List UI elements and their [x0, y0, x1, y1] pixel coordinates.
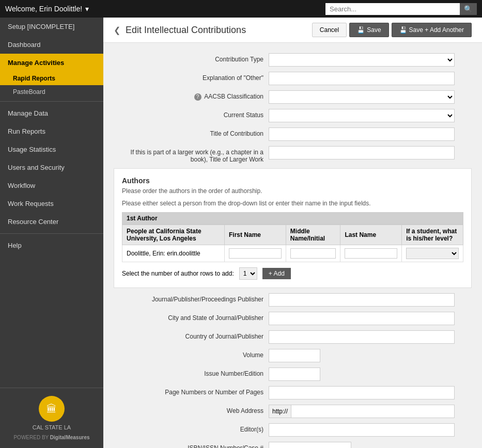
explanation-other-input[interactable] [269, 72, 455, 85]
contribution-type-row: Contribution Type [114, 53, 472, 67]
current-status-row: Current Status [114, 109, 472, 122]
web-prefix-label: http:// [269, 405, 291, 418]
sidebar-item-workflow[interactable]: Workflow [0, 177, 103, 195]
author-person-cell: Doolittle, Erin: erin.doolittle [122, 245, 225, 262]
sidebar-item-usage-statistics[interactable]: Usage Statistics [0, 140, 103, 158]
search-bar: 🔍 [325, 3, 477, 15]
authors-desc1: Please order the authors in the order of… [122, 187, 463, 195]
web-address-input[interactable] [291, 405, 455, 418]
larger-work-control [269, 146, 455, 159]
add-rows-button[interactable]: + Add [262, 268, 291, 279]
sidebar-item-dashboard[interactable]: Dashboard [0, 36, 103, 54]
sidebar-item-help[interactable]: Help [0, 236, 103, 254]
first-author-header: 1st Author [122, 212, 463, 225]
sidebar-sub-item-pasteboard[interactable]: PasteBoard [0, 85, 103, 99]
sidebar-divider-2 [0, 233, 103, 234]
main-content: ❮ Edit Intellectual Contributions Cancel… [103, 18, 482, 448]
col-first-name-header: First Name [225, 225, 286, 245]
col-student-header: If a student, what is his/her level? [402, 225, 463, 245]
issue-label: Issue Number/Edition [114, 367, 269, 377]
floppy-icon: 💾 [357, 26, 365, 34]
cancel-button[interactable]: Cancel [312, 23, 347, 37]
page-title: Edit Intellectual Contributions [126, 25, 246, 36]
journal-control [269, 293, 455, 307]
author-first-name-input[interactable] [229, 248, 282, 259]
sidebar-item-manage-data[interactable]: Manage Data [0, 104, 103, 122]
author-student-level-cell [402, 245, 463, 262]
author-last-name-cell [340, 245, 402, 262]
col-middle-header: Middle Name/Initial [286, 225, 340, 245]
city-state-input[interactable] [269, 312, 455, 325]
top-bar: Welcome, Erin Doolittle! ▾ 🔍 [0, 0, 482, 18]
larger-work-row: If this is part of a larger work (e.g., … [114, 146, 472, 163]
current-status-select[interactable] [269, 109, 455, 122]
layout: Setup [INCOMPLETE] Dashboard Manage Acti… [0, 18, 482, 448]
logo-icon: 🏛 [39, 396, 65, 422]
page-numbers-row: Page Numbers or Number of Pages [114, 386, 472, 399]
sidebar-item-setup[interactable]: Setup [INCOMPLETE] [0, 18, 103, 36]
cal-state-la-label: CAL STATE LA [8, 424, 96, 430]
sidebar-item-users-security[interactable]: Users and Security [0, 158, 103, 177]
author-student-level-select[interactable] [406, 248, 459, 259]
aacsb-row: ? AACSB Classification [114, 90, 472, 104]
author-table: People at California State University, L… [122, 225, 463, 262]
isbn-control [269, 442, 455, 448]
table-row: Doolittle, Erin: erin.doolittle [122, 245, 463, 262]
editors-input[interactable] [269, 423, 455, 437]
author-last-name-input[interactable] [345, 248, 397, 259]
issue-input[interactable] [269, 367, 320, 381]
aacsb-select[interactable] [269, 90, 455, 104]
contribution-type-label: Contribution Type [114, 53, 269, 63]
page-header-left: ❮ Edit Intellectual Contributions [114, 25, 246, 36]
country-input[interactable] [269, 330, 455, 344]
title-contribution-control [269, 127, 455, 141]
page-numbers-control [269, 386, 455, 399]
search-button[interactable]: 🔍 [460, 3, 477, 15]
page-header: ❮ Edit Intellectual Contributions Cancel… [103, 18, 482, 43]
sidebar-divider-1 [0, 101, 103, 102]
sidebar: Setup [INCOMPLETE] Dashboard Manage Acti… [0, 18, 103, 448]
sidebar-item-work-requests[interactable]: Work Requests [0, 195, 103, 213]
save-add-another-button[interactable]: 💾 Save + Add Another [392, 23, 472, 37]
country-label: Country of Journal/Publisher [114, 330, 269, 340]
country-control [269, 330, 455, 344]
welcome-section: Welcome, Erin Doolittle! ▾ [5, 5, 89, 13]
issue-row: Issue Number/Edition [114, 367, 472, 381]
issue-control [269, 367, 455, 381]
contribution-type-select[interactable] [269, 53, 455, 67]
title-contribution-label: Title of Contribution [114, 127, 269, 137]
page-numbers-input[interactable] [269, 386, 455, 399]
add-rows-select[interactable]: 1 [239, 267, 257, 280]
larger-work-input[interactable] [269, 146, 455, 159]
chevron-icon[interactable]: ▾ [85, 5, 89, 13]
journal-input[interactable] [269, 293, 455, 307]
author-middle-name-input[interactable] [290, 248, 336, 259]
aacsb-help-icon[interactable]: ? [194, 93, 201, 101]
sidebar-sub-item-rapid-reports[interactable]: Rapid Reports [0, 72, 103, 85]
isbn-label: ISBN/ISSN Number/Case # [114, 442, 269, 448]
sidebar-item-manage-activities[interactable]: Manage Activities [0, 54, 103, 72]
isbn-input[interactable] [269, 442, 351, 448]
authors-title: Authors [122, 177, 463, 185]
title-contribution-input[interactable] [269, 127, 455, 141]
journal-label: Journal/Publisher/Proceedings Publisher [114, 293, 269, 303]
col-people-header: People at California State University, L… [122, 225, 225, 245]
page-numbers-label: Page Numbers or Number of Pages [114, 386, 269, 396]
col-last-name-header: Last Name [340, 225, 402, 245]
add-author-row: Select the number of author rows to add:… [122, 267, 463, 280]
sidebar-item-resource-center[interactable]: Resource Center [0, 213, 103, 231]
sidebar-item-run-reports[interactable]: Run Reports [0, 122, 103, 140]
back-arrow-icon[interactable]: ❮ [114, 25, 120, 35]
author-first-name-cell [225, 245, 286, 262]
editors-row: Editor(s) [114, 423, 472, 437]
search-input[interactable] [325, 3, 460, 15]
save-button[interactable]: 💾 Save [349, 23, 388, 37]
current-status-label: Current Status [114, 109, 269, 119]
contribution-type-control [269, 53, 455, 67]
volume-input[interactable] [269, 349, 320, 362]
header-buttons: Cancel 💾 Save 💾 Save + Add Another [312, 23, 472, 37]
web-address-row: Web Address http:// [114, 405, 472, 418]
country-row: Country of Journal/Publisher [114, 330, 472, 344]
editors-control [269, 423, 455, 437]
aacsb-label: ? AACSB Classification [114, 90, 269, 101]
